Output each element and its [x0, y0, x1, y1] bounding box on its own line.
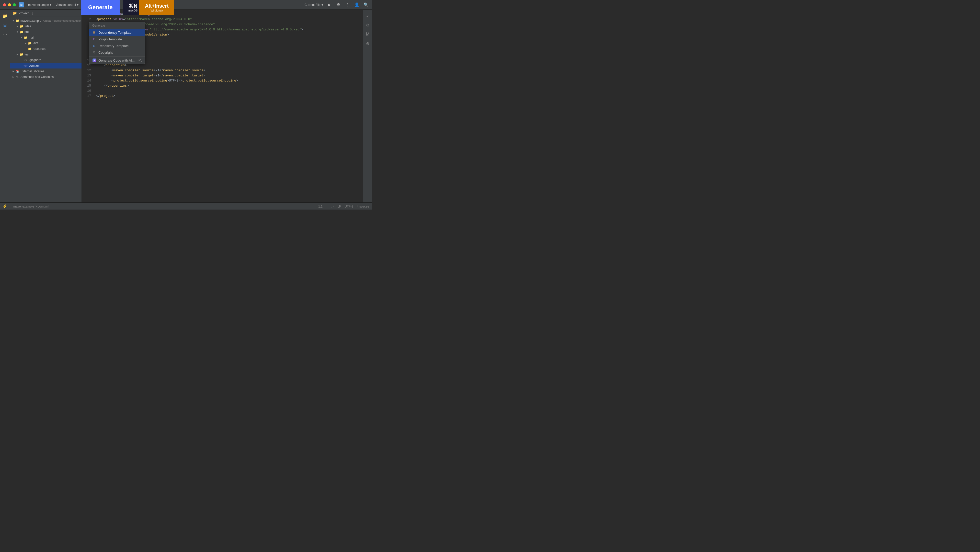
code-line-17: </project> [96, 94, 360, 99]
code-line-13: <maven.compiler.target>21</maven.compile… [96, 73, 360, 78]
right-tool-1[interactable]: ✓ [364, 12, 372, 20]
debug-button[interactable]: ⚙ [336, 2, 342, 8]
tree-root[interactable]: ▼ 📁 mavenexample ~/IdeaProjects/mavenexa… [10, 18, 81, 24]
sidebar-header: 📂 Project ⋮ [10, 10, 81, 17]
search-everywhere-button[interactable]: 🔍 [363, 2, 369, 8]
sidebar-header-more[interactable]: ⋮ [31, 11, 34, 15]
sidebar-item-gitignore[interactable]: ⊙ .gitignore [10, 57, 81, 63]
ai-generate-icon: ✦ [92, 58, 96, 62]
maximize-button[interactable] [13, 3, 16, 6]
gitignore-icon: ⊙ [24, 58, 28, 62]
sidebar-item-src[interactable]: ▼ 📁 src [10, 29, 81, 35]
root-arrow: ▼ [11, 19, 15, 23]
code-line-15: </properties> [96, 83, 360, 88]
test-arrow: ▶ [15, 52, 19, 56]
src-label: src [25, 30, 29, 34]
repository-icon: ⊟ [92, 44, 96, 48]
popup-item-repository[interactable]: ⊟ Repository Template [89, 43, 145, 49]
more-options-button[interactable]: ⋮ [345, 2, 351, 8]
idea-arrow: ▶ [15, 24, 19, 29]
ext-lib-arrow: ▶ [11, 69, 15, 73]
sidebar-item-java[interactable]: ▶ 📁 java [10, 40, 81, 46]
status-bar-layout: ⚡ mavenexample > pom.xml 1:1 ↓ ⇄ LF UTF-… [0, 202, 372, 210]
breadcrumb-sep1: > [35, 205, 38, 208]
app-name-chevron: ▾ [50, 3, 51, 6]
sidebar-item-pomxml[interactable]: </> pom.xml [10, 63, 81, 68]
java-label: java [33, 41, 38, 45]
status-bar-left: mavenexample > pom.xml [13, 205, 314, 208]
sidebar-item-external-libraries[interactable]: ▶ 📚 External Libraries [10, 68, 81, 74]
breadcrumb[interactable]: mavenexample > pom.xml [13, 205, 49, 208]
test-folder-icon: 📁 [19, 52, 24, 56]
code-line-14: <project.build.sourceEncoding>UTF-8</pro… [96, 78, 360, 83]
popup-item-ai-generate[interactable]: ✦ Generate Code with AI... ⌘\ [89, 57, 145, 64]
right-tool-2[interactable]: ⚙ [364, 21, 372, 29]
dependency-icon: ⊞ [92, 30, 96, 35]
ext-lib-label: External Libraries [21, 70, 44, 73]
root-folder-icon: 📁 [15, 19, 19, 23]
indent[interactable]: 4 spaces [357, 205, 369, 208]
git-status-icon[interactable]: ↓ [326, 205, 328, 208]
breadcrumb-root: mavenexample [13, 205, 34, 208]
java-folder-icon: 📁 [28, 41, 32, 45]
popup-item-copyright[interactable]: © Copyright [89, 49, 145, 56]
src-arrow: ▼ [15, 30, 19, 34]
code-line-2: <project xmlns="http://maven.apache.org/… [96, 17, 360, 22]
left-toolbar: 📁 ⊞ ⋯ [0, 10, 10, 202]
right-sidebar: ✓ ⚙ M ⊕ [363, 10, 372, 202]
code-line-16 [96, 88, 360, 94]
sidebar-item-idea[interactable]: ▶ 📁 .idea [10, 24, 81, 29]
sidebar-project-icon: 📂 [13, 11, 17, 15]
right-tool-4[interactable]: ⊕ [364, 39, 372, 48]
minimize-button[interactable] [8, 3, 11, 6]
right-tool-3[interactable]: M [364, 30, 372, 38]
traffic-lights [3, 3, 16, 6]
app-name-label: mavenexample [28, 3, 49, 6]
sidebar-item-resources[interactable]: 📁 resources [10, 46, 81, 52]
sidebar-item-test[interactable]: ▶ 📁 test [10, 52, 81, 57]
more-tools-icon[interactable]: ⋯ [1, 30, 9, 38]
popup-item-dependency[interactable]: ⊞ Dependency Template [89, 29, 145, 36]
pomxml-arrow [19, 64, 24, 68]
version-control-chevron: ▾ [77, 3, 78, 6]
ai-generate-label: Generate Code with AI... [99, 59, 137, 62]
line-ending[interactable]: LF [337, 205, 341, 208]
popup-item-plugin[interactable]: ⊡ Plugin Template [89, 36, 145, 43]
current-file-label: Current File [304, 3, 321, 6]
encoding[interactable]: UTF-8 [345, 205, 353, 208]
copyright-icon: © [92, 50, 96, 54]
titlebar: M mavenexample ▾ Version control ▾ Gener… [0, 0, 372, 10]
profile-button[interactable]: 👤 [354, 2, 360, 8]
main-folder-icon: 📁 [24, 35, 28, 40]
plugin-icon: ⊡ [92, 37, 96, 41]
test-label: test [25, 52, 29, 56]
code-line-12: <maven.compiler.source>21</maven.compile… [96, 68, 360, 73]
gitignore-label: .gitignore [29, 58, 41, 62]
current-file-button[interactable]: Current File ▾ [304, 3, 323, 6]
dependency-label: Dependency Template [99, 31, 142, 35]
sidebar-tree: ▼ 📁 mavenexample ~/IdeaProjects/mavenexa… [10, 17, 81, 202]
idea-label: .idea [25, 24, 31, 28]
copyright-label: Copyright [99, 51, 142, 54]
sidebar: 📂 Project ⋮ ▼ 📁 mavenexample ~/IdeaProje… [10, 10, 82, 202]
close-button[interactable] [3, 3, 6, 6]
cursor-position[interactable]: 1:1 [318, 205, 323, 208]
app-name-button[interactable]: mavenexample ▾ [28, 3, 51, 6]
structure-icon[interactable]: ⊞ [1, 21, 9, 29]
sidebar-item-main[interactable]: ▼ 📁 main [10, 35, 81, 40]
code-line-1: <?xml version="1.0" encoding="UTF-8"?> [96, 12, 360, 17]
git-sync-icon[interactable]: ⇄ [331, 205, 334, 208]
sidebar-item-scratches[interactable]: ▶ ✎ Scratches and Consoles [10, 74, 81, 80]
main-arrow: ▼ [19, 35, 24, 40]
project-view-icon[interactable]: 📁 [1, 12, 9, 20]
bottom-toolbar-icon[interactable]: ⚡ [1, 202, 9, 210]
version-control-label: Version control [56, 3, 76, 6]
resources-folder-icon: 📁 [28, 47, 32, 51]
run-button[interactable]: ▶ [326, 2, 332, 8]
resources-label: resources [33, 47, 46, 51]
ai-generate-shortcut: ⌘\ [138, 59, 142, 62]
main-layout: 📁 ⊞ ⋯ 📂 Project ⋮ ▼ 📁 mavenexample ~/Ide… [0, 10, 372, 202]
version-control-button[interactable]: Version control ▾ [56, 3, 78, 6]
current-file-chevron: ▾ [321, 3, 323, 6]
sidebar-header-title: Project [18, 11, 29, 15]
